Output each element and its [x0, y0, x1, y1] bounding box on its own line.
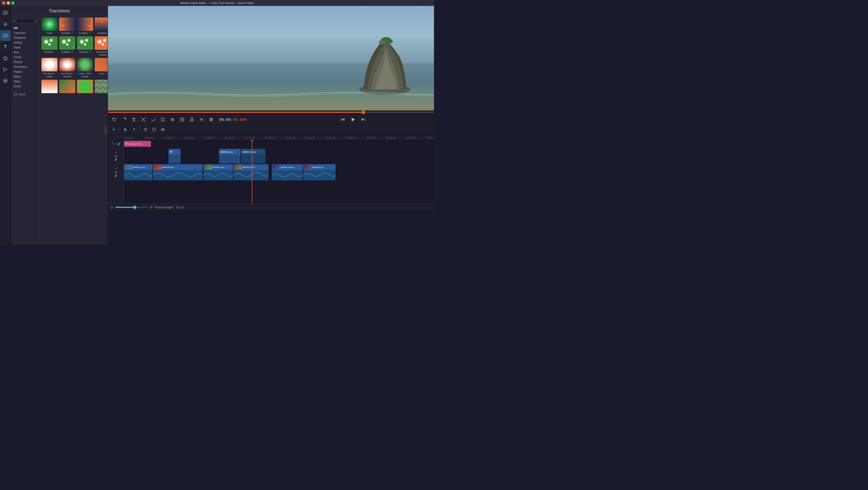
video-clip-bdmv1[interactable]: BDMV1.mov: [124, 164, 152, 180]
category-zoom[interactable]: Zoom: [11, 84, 39, 89]
category-ripple[interactable]: Ripple: [11, 69, 39, 74]
svg-point-28: [201, 119, 202, 120]
search-bar: ✕: [11, 18, 39, 25]
add-track-button[interactable]: +: [110, 126, 118, 133]
timeline-content: T 👁 🔗 👁 🎥 🔗 👁 🎥: [108, 140, 434, 204]
category-artistic[interactable]: Artistic: [11, 40, 39, 45]
toolbar-transitions[interactable]: [0, 30, 11, 41]
title-clip[interactable]: Tr Journey to Ke: [124, 141, 151, 147]
toolbar-media[interactable]: [0, 7, 11, 18]
video-clip-bdmv12[interactable]: BDMV12.mov: [241, 149, 265, 164]
transition-ken-burns-smooth[interactable]: Ken Burns –smooth: [59, 58, 75, 78]
text-tool[interactable]: T: [130, 126, 138, 133]
video-clip-bdmv6[interactable]: BDMV6.mov: [219, 149, 241, 164]
svg-text:←: ←: [61, 23, 66, 28]
playhead[interactable]: [252, 140, 252, 204]
category-favorites[interactable]: Favorites: [11, 30, 39, 35]
close-search-icon[interactable]: ✕: [35, 19, 37, 23]
scale-slider[interactable]: [116, 207, 148, 208]
title-track-label: T 👁 🔗: [108, 140, 124, 148]
video-clip-bdmv16[interactable]: BDMV16.m: [303, 164, 336, 180]
toolbar-titles[interactable]: T: [0, 41, 11, 52]
toolbar-effects[interactable]: [0, 19, 11, 30]
category-warp[interactable]: Warp: [11, 74, 39, 79]
transition-ken-burns-intense[interactable]: Ken Burns –intense: [95, 36, 107, 57]
search-input[interactable]: [17, 19, 34, 23]
video-track2-link[interactable]: 🔗: [114, 158, 117, 161]
transition-gradient-down[interactable]: ↓ Gradient ↓: [41, 36, 58, 57]
category-blocks[interactable]: Blocks: [11, 59, 39, 64]
collapse-panel-arrow[interactable]: ‹: [104, 126, 107, 134]
undo-button[interactable]: [111, 116, 118, 123]
timeline-track-labels: T 👁 🔗 👁 🎥 🔗 👁 🎥: [108, 140, 124, 204]
close-button[interactable]: [2, 1, 5, 5]
category-all[interactable]: All: [11, 26, 39, 30]
transition-row4-1[interactable]: [41, 80, 58, 94]
video-track2-eye[interactable]: 👁: [115, 151, 117, 154]
svg-point-17: [379, 40, 385, 45]
rotate-button[interactable]: [149, 116, 157, 123]
transition-gradient-tl[interactable]: ↖ Gradient ↖: [59, 36, 75, 57]
category-geometric[interactable]: Geometric: [11, 64, 39, 69]
video-clip-bdmv9[interactable]: BDMV9.mov: [234, 164, 269, 180]
crop-timeline-button[interactable]: [150, 126, 158, 133]
voice-button[interactable]: [188, 116, 196, 123]
color-button[interactable]: [169, 116, 176, 123]
skip-forward-button[interactable]: [360, 116, 367, 123]
title-track-link[interactable]: 🔗: [117, 143, 120, 145]
thumb-overlay-up: ↑: [95, 18, 107, 31]
minimize-button[interactable]: [7, 1, 10, 5]
cut-button[interactable]: [140, 116, 147, 123]
transition-gradient-left[interactable]: ← Gradient ←: [59, 18, 75, 35]
toolbar-stickers[interactable]: [0, 53, 11, 63]
category-blur[interactable]: Blur: [11, 50, 39, 55]
preview-scrubber[interactable]: [108, 110, 434, 114]
svg-point-33: [211, 118, 212, 119]
transition-row4-2[interactable]: [59, 80, 75, 94]
traffic-lights: [2, 1, 14, 5]
transition-lens-diag[interactable]: ↗ Lens ↗: [95, 58, 107, 78]
toolbar-filters[interactable]: [0, 76, 11, 86]
video-clip-bdmv2[interactable]: BDMV2.mov: [153, 164, 203, 180]
video-track-eye[interactable]: 👁: [115, 168, 117, 170]
category-fade[interactable]: Fade: [11, 45, 39, 50]
store-button[interactable]: Store: [11, 91, 39, 97]
svg-point-32: [210, 119, 211, 120]
pointer-tool[interactable]: [122, 126, 129, 133]
category-featured[interactable]: Featured: [11, 35, 39, 40]
timeline-tracks[interactable]: Tr Journey to Ke Bl: [124, 140, 434, 204]
video-track-link[interactable]: 🔗: [114, 174, 117, 177]
video-clip-bl[interactable]: Bl: [168, 149, 181, 164]
svg-text:↑: ↑: [101, 19, 103, 24]
transition-lens-center[interactable]: Lens – fromcenter: [77, 58, 93, 78]
settings-button[interactable]: [198, 116, 205, 123]
video-clip-bdmv5[interactable]: BDMV5.mov: [204, 164, 233, 180]
transition-row4-4[interactable]: [95, 80, 107, 94]
transition-gradient-up[interactable]: ↑ Gradient ↑: [95, 18, 107, 35]
title-track-eye[interactable]: 👁: [114, 143, 117, 145]
redo-button[interactable]: [120, 116, 128, 123]
delete-button[interactable]: [130, 116, 137, 123]
equalizer-button[interactable]: [208, 116, 215, 123]
play-button[interactable]: [349, 115, 357, 124]
insert-button[interactable]: [178, 116, 186, 123]
transition-gradient-right[interactable]: → Gradient →: [77, 18, 93, 35]
detach-button[interactable]: [159, 126, 166, 133]
transition-ken-burns-sharp[interactable]: Ken Burns –sharp: [41, 58, 58, 78]
svg-rect-21: [161, 118, 164, 121]
video-track-cam[interactable]: 🎥: [114, 171, 117, 174]
snap-button[interactable]: [142, 126, 149, 133]
toolbar-motion[interactable]: [0, 64, 11, 75]
video-clip-bdmv15[interactable]: BDMV15.mov: [272, 164, 303, 180]
maximize-button[interactable]: [11, 1, 14, 5]
transition-flash[interactable]: Flash: [41, 18, 58, 35]
category-circle[interactable]: Circle: [11, 55, 39, 59]
scale-minus-icon: ⊟: [111, 205, 113, 209]
category-wipe[interactable]: Wipe: [11, 79, 39, 84]
crop-button[interactable]: [159, 116, 166, 123]
transition-row4-3[interactable]: [77, 80, 93, 94]
svg-rect-26: [191, 118, 193, 120]
skip-back-button[interactable]: [339, 116, 346, 123]
transition-gradient-tr[interactable]: ↗ Gradient ↗: [77, 36, 93, 57]
video-track2-cam[interactable]: 🎥: [114, 155, 117, 157]
